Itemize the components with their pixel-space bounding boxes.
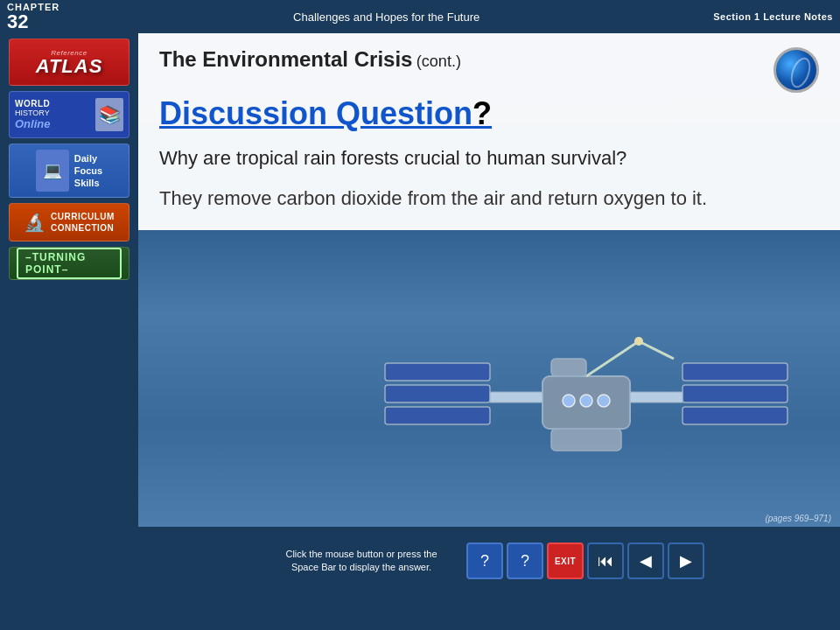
bottom-instruction: Click the mouse button or press the Spac… [274, 548, 449, 575]
content-title: The Environmental Crisis [159, 47, 412, 71]
curriculum-icon: 🔬 [24, 212, 46, 233]
help-button-1[interactable]: ? [466, 542, 503, 579]
discussion-label: Discussion Question [159, 95, 472, 131]
question-mark: ? [472, 95, 492, 131]
page-title: The Environmental Crisis (cont.) [159, 47, 461, 72]
svg-rect-10 [551, 429, 621, 451]
bottom-icons: ? ? EXIT ⏮ ◀ ▶ [466, 542, 704, 579]
curriculum-connection-button[interactable]: 🔬 CURRICULUMCONNECTION [9, 203, 130, 242]
bottom-bar: Click the mouse button or press the Spac… [138, 527, 840, 595]
history-label: HISTORY [15, 108, 50, 117]
next-icon: ▶ [680, 551, 692, 570]
curriculum-text: CURRICULUMCONNECTION [51, 211, 115, 234]
exit-button[interactable]: EXIT [547, 542, 584, 579]
svg-rect-1 [385, 363, 490, 381]
svg-line-11 [586, 341, 639, 376]
chapter-number: 32 [7, 12, 28, 32]
prev-prev-icon: ⏮ [598, 552, 613, 570]
help-button-2[interactable]: ? [507, 542, 543, 579]
world-history-button[interactable]: WORLD HISTORY Online [9, 91, 130, 138]
header-center-text: Challenges and Hopes for the Future [60, 10, 713, 24]
svg-rect-3 [385, 407, 490, 424]
svg-rect-4 [490, 392, 542, 402]
globe-icon [774, 47, 819, 93]
sidebar: Reference ATLAS WORLD HISTORY Online 💻 D… [0, 33, 138, 595]
prev-icon: ◀ [640, 551, 652, 570]
svg-line-12 [639, 341, 674, 359]
prev-prev-button[interactable]: ⏮ [587, 542, 624, 579]
prev-button[interactable]: ◀ [627, 542, 664, 579]
help-icon-1: ? [480, 552, 489, 570]
chapter-info: CHAPTER 32 [7, 2, 60, 32]
online-label: Online [15, 117, 50, 130]
atlas-label: ATLAS [36, 57, 103, 76]
daily-focus-text: DailyFocusSkills [74, 152, 102, 190]
svg-point-16 [598, 395, 610, 407]
answer-text: They remove carbon dioxide from the air … [159, 186, 819, 213]
daily-focus-button[interactable]: 💻 DailyFocusSkills [9, 144, 130, 198]
svg-rect-2 [385, 385, 490, 402]
exit-label: EXIT [555, 556, 576, 566]
turning-point-text: –TURNING POINT– [17, 248, 122, 279]
svg-rect-7 [682, 407, 788, 424]
svg-rect-9 [551, 359, 586, 376]
world-history-text: WORLD HISTORY Online [15, 99, 50, 130]
help-icon-2: ? [521, 552, 529, 570]
pages-reference: (pages 969–971) [765, 514, 831, 523]
header-right-text: Section 1 Lecture Notes [713, 11, 833, 22]
daily-icon: 💻 [36, 150, 69, 192]
top-header: CHAPTER 32 Challenges and Hopes for the … [0, 0, 840, 33]
main-area: Reference ATLAS WORLD HISTORY Online 💻 D… [0, 33, 840, 595]
svg-rect-8 [630, 392, 682, 402]
svg-point-14 [563, 395, 575, 407]
title-row: The Environmental Crisis (cont.) [159, 47, 819, 93]
svg-rect-5 [682, 363, 788, 381]
space-station-image [368, 280, 805, 525]
content-area: The Environmental Crisis (cont.) Discuss… [138, 33, 840, 595]
book-icon [95, 98, 123, 131]
svg-rect-6 [682, 385, 788, 402]
svg-point-15 [580, 395, 592, 407]
world-label: WORLD [15, 99, 50, 108]
turning-point-button[interactable]: –TURNING POINT– [9, 247, 130, 280]
content-title-cont: (cont.) [416, 52, 461, 70]
svg-point-13 [634, 337, 643, 346]
discussion-question-heading: Discussion Question? [159, 96, 819, 131]
content-box: The Environmental Crisis (cont.) Discuss… [138, 33, 840, 230]
next-button[interactable]: ▶ [668, 542, 704, 579]
question-text: Why are tropical rain forests crucial to… [159, 145, 819, 172]
reference-atlas-button[interactable]: Reference ATLAS [9, 38, 130, 86]
